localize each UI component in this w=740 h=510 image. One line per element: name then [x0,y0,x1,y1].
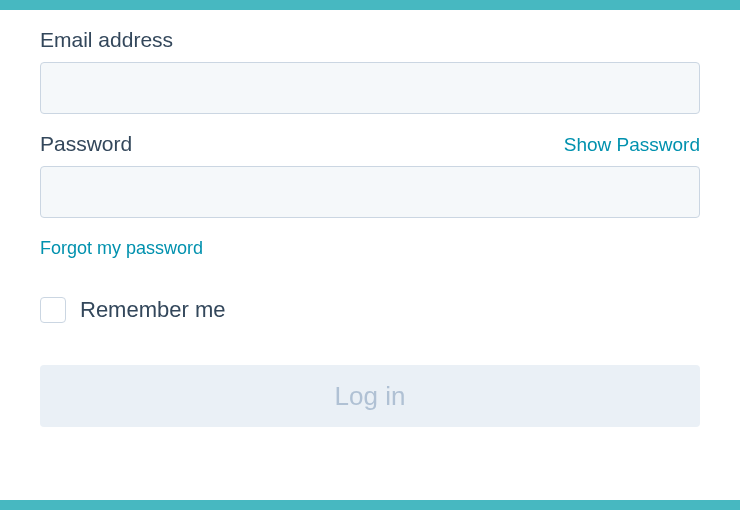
forgot-password-link[interactable]: Forgot my password [40,238,203,259]
show-password-toggle[interactable]: Show Password [564,134,700,156]
password-label: Password [40,132,132,156]
password-field-group: Password Show Password [40,132,700,218]
email-field-group: Email address [40,28,700,114]
remember-me-checkbox[interactable] [40,297,66,323]
email-input[interactable] [40,62,700,114]
remember-me-row: Remember me [40,297,700,323]
login-form: Email address Password Show Password For… [0,0,740,510]
remember-me-label: Remember me [80,297,225,323]
password-input[interactable] [40,166,700,218]
email-label-row: Email address [40,28,700,52]
email-label: Email address [40,28,173,52]
login-button[interactable]: Log in [40,365,700,427]
password-label-row: Password Show Password [40,132,700,156]
